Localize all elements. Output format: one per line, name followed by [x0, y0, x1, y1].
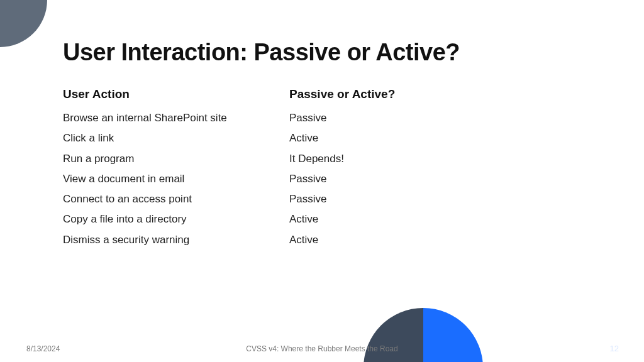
action-row: Click a link — [63, 131, 289, 145]
column-classification: Passive or Active? Passive Active It Dep… — [289, 87, 478, 253]
action-row: Copy a file into a directory — [63, 212, 289, 226]
footer-page-number: 12 — [610, 344, 619, 353]
classification-row: Passive — [289, 172, 478, 185]
column-user-action: User Action Browse an internal SharePoin… — [63, 87, 289, 253]
slide-title: User Interaction: Passive or Active? — [63, 39, 581, 66]
column-header-left: User Action — [63, 87, 289, 101]
classification-row: Passive — [289, 111, 478, 124]
classification-row: Passive — [289, 192, 478, 206]
footer-deck-title: CVSS v4: Where the Rubber Meets the Road — [0, 344, 644, 353]
action-row: Connect to an access point — [63, 192, 289, 206]
two-column-layout: User Action Browse an internal SharePoin… — [63, 87, 581, 253]
action-row: Run a program — [63, 152, 289, 165]
classification-row: Active — [289, 212, 478, 226]
slide: User Interaction: Passive or Active? Use… — [0, 0, 644, 362]
action-row: Dismiss a security warning — [63, 233, 289, 246]
classification-row: Active — [289, 131, 478, 145]
action-row: Browse an internal SharePoint site — [63, 111, 289, 124]
slide-content: User Interaction: Passive or Active? Use… — [0, 0, 644, 362]
classification-row: It Depends! — [289, 152, 478, 165]
action-row: View a document in email — [63, 172, 289, 185]
column-header-right: Passive or Active? — [289, 87, 478, 101]
classification-row: Active — [289, 233, 478, 246]
